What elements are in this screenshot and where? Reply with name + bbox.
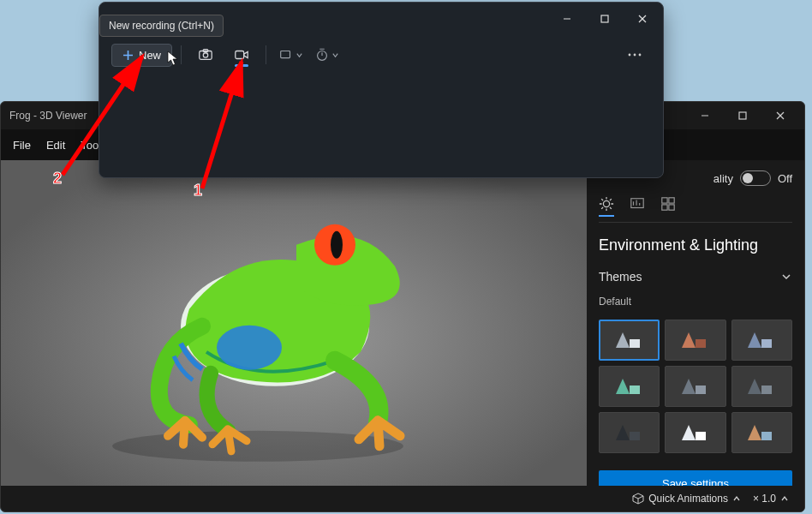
chevron-down-icon [331,51,339,59]
svg-point-59 [634,54,636,57]
cube-icon [632,493,644,505]
chevron-down-icon [296,51,303,59]
svg-rect-37 [761,386,772,394]
cursor-icon [167,51,179,66]
svg-rect-53 [236,51,244,59]
theme-swatch[interactable] [731,412,792,453]
zoom-value: × 1.0 [753,493,776,505]
svg-point-58 [629,54,631,57]
viewport-3d[interactable] [1,160,587,511]
quick-animations-label: Quick Animations [648,493,728,505]
minimize-button[interactable] [548,5,586,33]
separator [181,45,182,64]
frog-model [78,198,438,463]
svg-line-17 [610,199,612,200]
svg-point-60 [639,54,642,57]
maximize-button[interactable] [586,5,624,33]
svg-point-9 [603,200,609,206]
new-button[interactable]: New [111,44,172,67]
svg-marker-40 [682,425,696,440]
maximize-button[interactable] [725,104,760,128]
svg-rect-27 [630,339,640,348]
chevron-up-icon [732,494,741,503]
svg-rect-31 [761,339,772,348]
theme-grid [599,320,792,453]
svg-marker-42 [748,425,761,440]
tab-stats[interactable] [630,196,645,217]
recorder-window: New recording (Ctrl+N) New [99,2,664,178]
chevron-up-icon [780,494,789,503]
svg-rect-33 [630,386,640,394]
svg-line-16 [601,207,603,209]
theme-swatch[interactable] [599,366,660,407]
screenshot-mode-button[interactable] [190,41,221,69]
panel-tabs [599,196,792,223]
quality-label: ality [713,172,733,185]
svg-rect-23 [669,198,674,203]
svg-point-6 [217,326,282,370]
quality-state: Off [778,172,792,185]
shape-mode-button[interactable] [275,41,306,69]
svg-rect-22 [662,198,667,203]
annotation-label-2: 2 [53,170,62,188]
video-icon [234,47,249,63]
svg-marker-26 [616,332,630,348]
theme-swatch[interactable] [731,366,792,407]
theme-swatch[interactable] [731,320,792,361]
minimize-button[interactable] [688,104,722,128]
svg-point-55 [317,51,326,61]
video-mode-button[interactable] [226,41,257,69]
svg-rect-24 [662,205,667,210]
svg-rect-35 [696,386,706,394]
chevron-down-icon [780,271,792,283]
delay-button[interactable] [311,41,342,69]
quality-toggle[interactable] [740,170,771,186]
svg-rect-1 [739,112,746,119]
svg-rect-39 [630,432,640,440]
tab-lighting[interactable] [599,196,614,217]
plus-icon [122,50,134,61]
menu-edit[interactable]: Edit [46,139,65,152]
tab-grid[interactable] [660,196,676,217]
more-button[interactable] [618,47,651,63]
theme-swatch[interactable] [665,366,725,407]
theme-swatch[interactable] [665,320,725,361]
svg-rect-41 [696,432,706,440]
status-bar: Quick Animations × 1.0 [1,486,804,511]
themes-label: Themes [599,270,642,284]
svg-point-51 [203,53,207,57]
viewer-body: ality Off Environment & Lighting Themes [1,160,804,511]
new-recording-tooltip: New recording (Ctrl+N) [99,15,224,37]
close-button[interactable] [624,5,661,33]
svg-point-8 [331,231,343,259]
svg-rect-25 [669,205,674,210]
svg-line-15 [610,207,612,209]
recorder-toolbar: New [99,35,663,75]
theme-swatch[interactable] [599,412,660,453]
svg-marker-32 [616,379,630,394]
svg-rect-43 [761,432,772,440]
separator [266,45,266,64]
svg-rect-45 [601,15,608,22]
rectangle-icon [278,47,294,63]
panel-heading: Environment & Lighting [599,236,792,254]
right-panel: ality Off Environment & Lighting Themes [587,160,804,511]
themes-subtitle: Default [599,296,792,308]
svg-marker-28 [682,332,696,348]
svg-line-14 [601,199,603,200]
quick-animations-button[interactable]: Quick Animations [632,493,741,505]
svg-marker-30 [748,332,761,348]
theme-swatch[interactable] [599,320,660,361]
zoom-indicator[interactable]: × 1.0 [753,493,789,505]
camera-icon [198,47,213,63]
theme-swatch[interactable] [665,412,725,453]
svg-rect-29 [696,339,706,348]
ellipsis-icon [627,52,642,57]
themes-header[interactable]: Themes [599,266,792,287]
close-button[interactable] [763,104,797,128]
viewer-title: Frog - 3D Viewer [9,110,87,122]
annotation-label-1: 1 [194,182,202,200]
svg-marker-34 [682,379,696,394]
menu-file[interactable]: File [13,139,31,152]
svg-marker-36 [748,379,761,394]
